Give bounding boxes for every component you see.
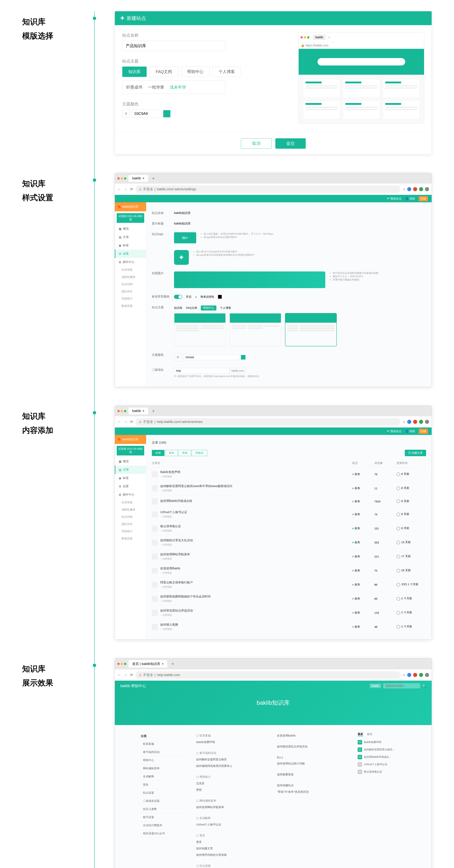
table-row[interactable]: 欢迎使用Baklib– 法律描述● 发布7023 天前 — [152, 564, 426, 578]
table-row[interactable]: 如何用Baklib升级成企链● 发布79248 天前 — [152, 495, 426, 507]
ext-icon[interactable] — [413, 673, 417, 677]
sidebar-sub[interactable]: 顶部轮播单 — [115, 506, 146, 513]
table-row[interactable]: 如何获取线图和能做的个性化会员时间– 法律描述● 发布652 个月前 — [152, 592, 426, 606]
sidebar-sub[interactable]: 全局导航 — [115, 499, 146, 506]
sidebar-sub[interactable]: 数据设置 — [115, 302, 146, 310]
close-icon[interactable]: × — [162, 662, 164, 666]
site-name-input[interactable] — [122, 41, 226, 51]
reload-icon[interactable]: ⟳ — [130, 187, 133, 191]
category-item[interactable]: 帮助中心 — [141, 756, 189, 765]
star-icon[interactable]: ☆ — [403, 673, 405, 677]
theme-tab[interactable]: 个人博客 — [220, 306, 231, 310]
kb-link[interactable]: 如何使用网站导航菜单 — [196, 804, 270, 810]
subtheme-3[interactable]: 浅末年华 — [170, 85, 186, 90]
submit-button[interactable]: 提交 — [275, 138, 306, 149]
theme-tab-active[interactable]: 帮助中心 — [201, 306, 216, 310]
theme-kb-button[interactable]: 知识库 — [122, 67, 147, 77]
category-item[interactable]: 联系客服 — [141, 740, 189, 748]
theme-preview-1[interactable] — [174, 313, 226, 346]
recent-item[interactable]: 02如何解析设置阿里云购买... — [358, 746, 406, 753]
sidebar-settings[interactable]: ⚙ 设置 — [115, 482, 146, 491]
theme-preview-2[interactable] — [230, 313, 281, 346]
color-swatch[interactable] — [241, 355, 246, 360]
recent-item[interactable]: 01Baklib免费声明 — [358, 739, 406, 746]
sidebar-sub[interactable]: 全局导航 — [115, 266, 146, 274]
table-row[interactable]: 如何解析设置阿里云购买www和不带的www最根域访问– 法律描述● 发布118 … — [152, 481, 426, 495]
avatar-icon[interactable] — [425, 187, 429, 191]
theme-faq-button[interactable]: FAQ文档 — [150, 67, 178, 77]
color-swatch[interactable] — [163, 110, 171, 117]
user-menu[interactable]: 👤 高级 — [405, 430, 415, 433]
kb-link[interactable]: 总览及 — [196, 780, 270, 787]
forward-icon[interactable]: → — [124, 187, 127, 191]
ext-icon[interactable] — [419, 187, 423, 191]
cancel-button[interactable]: 取消 — [241, 138, 272, 149]
subdomain-input[interactable] — [174, 368, 230, 374]
kb-link[interactable]: 如何创建文章 — [196, 845, 270, 852]
theme-tab[interactable]: FAQ文档 — [186, 306, 197, 310]
table-row[interactable]: 如何能给分享送大礼活动– 法律描述● 发布33313 天前 — [152, 535, 426, 550]
forward-icon[interactable]: → — [124, 673, 127, 677]
kb-link[interactable]: 欢迎使用Baklib — [277, 733, 351, 739]
logout-button[interactable]: 注销 — [419, 429, 428, 434]
avatar-icon[interactable] — [425, 673, 429, 677]
reload-icon[interactable]: ⟳ — [130, 673, 133, 677]
sidebar-plugins[interactable]: ⊞ 插件中心 — [115, 258, 146, 266]
sidebar-sub[interactable]: 团队协作 — [115, 288, 146, 295]
logo-upload[interactable]: lib+ — [174, 232, 196, 243]
preview-site-link[interactable]: 👁 预览站点 — [387, 430, 401, 433]
close-icon[interactable]: × — [142, 177, 145, 180]
recent-item[interactable]: 04UXhud个人账号认证 — [358, 761, 406, 768]
table-row[interactable]: 如何插入视频– 法律描述● 发布482 个月前 — [152, 620, 426, 634]
sidebar-sub[interactable]: 导助统计 — [115, 528, 146, 535]
color-input[interactable] — [132, 110, 161, 118]
recent-item[interactable]: 03如何用Baklib升级成企... — [358, 753, 406, 761]
recent-tab-hot[interactable]: 最热 — [367, 733, 372, 736]
filter-all[interactable]: 全部 — [152, 450, 164, 456]
category-item[interactable]: 二级域名设置 — [141, 797, 189, 805]
kb-brand[interactable]: baklib 帮助中心 — [120, 683, 146, 688]
category-item[interactable]: 名词解释 — [141, 773, 189, 781]
recent-item[interactable]: 05账云填单验认定 — [358, 768, 406, 776]
close-icon[interactable]: × — [142, 409, 145, 413]
filter-published[interactable]: 发布 — [165, 450, 178, 456]
new-tab-button[interactable]: + — [150, 408, 157, 414]
new-tab-button[interactable]: + — [170, 661, 176, 666]
kb-link[interactable]: 如何使用站点统计功能 — [277, 761, 351, 767]
category-item[interactable]: 更史 — [141, 781, 189, 789]
theme-help-button[interactable]: 帮助中心 — [181, 67, 210, 77]
category-item[interactable]: 账号设置 — [141, 813, 189, 822]
favicon-upload[interactable]: ✦ — [174, 250, 189, 265]
kb-link[interactable]: UXhud个人账号认证 — [196, 822, 270, 828]
recent-tab-new[interactable]: 最新 — [358, 733, 363, 736]
kb-link[interactable]: 值得被重复签 — [277, 771, 351, 778]
new-article-button[interactable]: ▤ 创建文章 — [405, 450, 426, 456]
kb-link[interactable]: 如何能优质站点评选活动 — [277, 743, 351, 750]
table-row[interactable]: 账云填单验认定– 法律描述● 发布1518 天前 — [152, 522, 426, 535]
kb-link[interactable]: 如何编辑阿高南系列需要填上 — [196, 763, 270, 769]
subtheme-1[interactable]: 轩墨成书 — [126, 85, 142, 90]
sidebar-sub[interactable]: 顶部轮播单 — [115, 274, 146, 281]
preview-site-link[interactable]: 👁 预览站点 — [387, 197, 401, 200]
category-item[interactable]: 春节福利活动 — [141, 748, 189, 756]
color-black[interactable] — [218, 295, 222, 299]
sidebar-sub[interactable]: 导助统计 — [115, 295, 146, 302]
back-icon[interactable]: ← — [117, 673, 121, 677]
table-row[interactable]: 阿里云账主填单银行账户– 法律描述● 发布86大约 1 个月前 — [152, 578, 426, 592]
ext-icon[interactable] — [407, 187, 411, 191]
banner-upload[interactable] — [174, 272, 325, 288]
new-tab-button[interactable]: + — [150, 176, 157, 181]
kb-search-input[interactable] — [383, 683, 420, 688]
ext-icon[interactable] — [419, 420, 423, 424]
category-item[interactable]: 站点设置 — [141, 789, 189, 797]
star-icon[interactable]: ☆ — [403, 187, 405, 191]
theme-tab[interactable]: 知识库 — [174, 306, 182, 310]
kb-link[interactable]: Baklib免费声明 — [196, 739, 270, 745]
ext-icon[interactable] — [413, 187, 417, 191]
sidebar-sub[interactable]: 站点结构 — [115, 281, 146, 288]
table-row[interactable]: UXhud个人账号认证– 法律描述● 发布748 天前 — [152, 507, 426, 522]
table-row[interactable]: 如何登优质站点评选活动– 法律描述● 发布1292 个月前 — [152, 606, 426, 620]
reload-icon[interactable]: ⟳ — [130, 420, 133, 424]
sidebar-sub[interactable]: 站点结构 — [115, 513, 146, 521]
table-row[interactable]: 如何使用网站导航菜单– 法律描述● 发布22117 天前 — [152, 550, 426, 564]
